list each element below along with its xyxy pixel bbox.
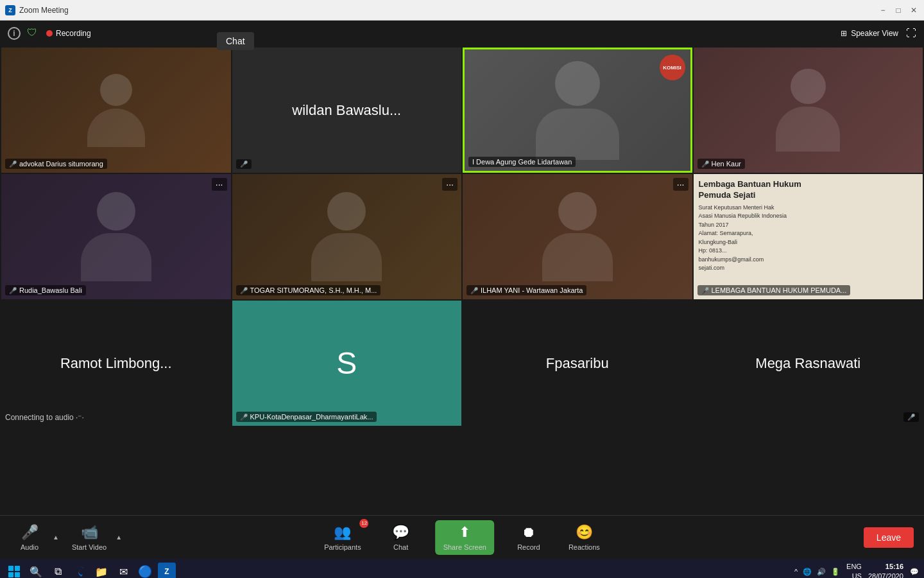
topbar: i 🛡 Recording ⊞ Speaker View ⛶ xyxy=(0,21,924,46)
participant-name-mega: Mega Rasnawati xyxy=(755,355,860,372)
participant-cell-ramot: Ramot Limbong... Connecting to audio ·⁻· xyxy=(1,301,231,426)
more-button-togar[interactable]: ··· xyxy=(442,178,458,191)
video-area: 🎤 advokat Darius situmorang wildan Bawas… xyxy=(0,46,924,515)
video-label: Start Video xyxy=(72,543,107,551)
participants-label: Participants xyxy=(324,543,361,551)
chat-icon: 💬 xyxy=(392,524,409,541)
participant-cell-kpu: S 🎤 KPU-KotaDenpasar_DharmayantiLak... xyxy=(232,301,462,426)
komisi-logo: KOMISI xyxy=(660,55,685,80)
audio-label: Audio xyxy=(21,543,38,551)
participant-name-lembaga: 🎤 LEMBAGA BANTUAN HUKUM PEMUDA... xyxy=(697,285,851,295)
record-button[interactable]: ⏺ Record xyxy=(509,521,548,554)
language-region: ENG US xyxy=(846,562,862,578)
window-controls[interactable]: − □ ✕ xyxy=(878,5,919,15)
tray-chevron[interactable]: ^ xyxy=(794,568,798,575)
participant-cell-togar: ··· 🎤 TOGAR SITUMORANG, S.H., M.H., M... xyxy=(232,174,462,299)
participant-name-dewa: I Dewa Agung Gede Lidartawan xyxy=(468,157,576,167)
participant-cell-ilham: ··· 🎤 ILHAM YANI - Wartawan Jakarta xyxy=(463,174,692,299)
taskbar-edge-button[interactable] xyxy=(71,563,89,578)
fullscreen-button[interactable]: ⛶ xyxy=(906,28,916,39)
clock-display: 15:16 28/07/2020 xyxy=(868,562,903,578)
shield-icon: 🛡 xyxy=(27,27,40,40)
view-label: Speaker View xyxy=(851,29,898,38)
participant-silhouette-hen xyxy=(776,69,840,152)
taskbar-explorer-button[interactable]: 📁 xyxy=(92,563,110,578)
more-button-rudia[interactable]: ··· xyxy=(212,178,227,191)
participants-count-badge: 12 xyxy=(360,519,369,528)
info-icon[interactable]: i xyxy=(8,27,21,40)
bottom-toolbar: 🎤 Audio ▲ 📹 Start Video ▲ 👥 12 Participa… xyxy=(0,515,924,559)
participant-mute-mega: 🎤 xyxy=(903,412,919,422)
taskbar-right: ^ 🌐 🔊 🔋 ENG US 15:16 28/07/2020 💬 xyxy=(794,562,919,578)
participant-label-wildan: 🎤 xyxy=(236,159,252,169)
volume-icon[interactable]: 🔊 xyxy=(817,568,826,576)
zoom-icon: Z xyxy=(5,5,15,15)
participant-cell-darius: 🎤 advokat Darius situmorang xyxy=(1,48,231,173)
lembaga-subtitle: Pemuda Sejati xyxy=(699,190,918,200)
leave-button[interactable]: Leave xyxy=(864,527,914,548)
system-tray: ^ 🌐 🔊 🔋 xyxy=(794,568,840,576)
lembaga-title: Lembaga Bantuan Hukum xyxy=(699,179,918,190)
network-icon: 🌐 xyxy=(803,568,812,576)
taskbar-zoom-button[interactable]: Z xyxy=(158,563,176,578)
toolbar-center: 👥 12 Participants 💬 Chat ⬆ Share Screen … xyxy=(319,520,605,555)
video-icon: 📹 xyxy=(81,524,98,541)
chat-button[interactable]: 💬 Chat xyxy=(382,521,420,554)
participant-silhouette-dewa xyxy=(536,61,619,160)
topbar-right[interactable]: ⊞ Speaker View ⛶ xyxy=(841,28,916,39)
mute-icon-kpu: 🎤 xyxy=(240,414,248,421)
minimize-button[interactable]: − xyxy=(878,5,888,15)
participant-name-darius: 🎤 advokat Darius situmorang xyxy=(5,159,107,169)
audio-chevron[interactable]: ▲ xyxy=(53,534,59,541)
battery-icon: 🔋 xyxy=(831,568,840,576)
windows-start-button[interactable] xyxy=(5,563,23,578)
participant-name-togar: 🎤 TOGAR SITUMORANG, S.H., M.H., M... xyxy=(236,285,381,295)
taskbar-chrome-button[interactable]: 🔵 xyxy=(136,563,154,578)
reactions-button[interactable]: 😊 Reactions xyxy=(563,521,605,554)
audio-icon: 🎤 xyxy=(21,524,38,541)
participants-icon: 👥 xyxy=(334,524,351,541)
participant-silhouette-togar xyxy=(311,192,382,281)
taskbar-taskview-button[interactable]: ⧉ xyxy=(49,563,67,578)
record-icon: ⏺ xyxy=(522,524,536,541)
mute-icon-togar: 🎤 xyxy=(240,287,248,294)
close-button[interactable]: ✕ xyxy=(909,5,919,15)
audio-button[interactable]: 🎤 Audio xyxy=(10,521,49,554)
mute-icon-lembaga: 🎤 xyxy=(701,287,709,294)
share-screen-button[interactable]: ⬆ Share Screen xyxy=(436,520,494,555)
share-screen-icon: ⬆ xyxy=(459,524,470,541)
recording-dot xyxy=(46,30,53,37)
toolbar-right[interactable]: Leave xyxy=(864,527,914,548)
video-button[interactable]: 📹 Start Video xyxy=(67,521,112,554)
participant-silhouette-rudia xyxy=(81,192,151,281)
participant-name-ilham: 🎤 ILHAM YANI - Wartawan Jakarta xyxy=(466,285,586,295)
taskbar-mail-button[interactable]: ✉ xyxy=(114,563,132,578)
svg-rect-1 xyxy=(15,566,20,571)
taskbar: 🔍 ⧉ 📁 ✉ 🔵 Z ^ 🌐 🔊 🔋 ENG US 15:16 28/07/2… xyxy=(0,559,924,578)
view-grid-icon: ⊞ xyxy=(841,29,847,38)
record-label: Record xyxy=(517,543,540,551)
participant-cell-rudia: ··· 🎤 Rudia_Bawaslu Bali xyxy=(1,174,231,299)
participant-silhouette-darius xyxy=(87,74,145,147)
participant-silhouette-ilham xyxy=(542,192,613,281)
speaker-view-button[interactable]: ⊞ Speaker View xyxy=(841,29,898,38)
maximize-button[interactable]: □ xyxy=(893,5,903,15)
share-screen-label: Share Screen xyxy=(443,543,486,551)
reactions-icon: 😊 xyxy=(576,524,593,541)
titlebar: Z Zoom Meeting − □ ✕ xyxy=(0,0,924,21)
svg-rect-0 xyxy=(8,566,13,571)
recording-label: Recording xyxy=(56,29,91,38)
participants-button[interactable]: 👥 12 Participants xyxy=(319,521,366,554)
chat-label: Chat xyxy=(393,543,408,551)
connecting-audio-text: Connecting to audio ·⁻· xyxy=(5,413,84,422)
participant-name-wildan: wildan Bawaslu... xyxy=(292,102,401,119)
notification-icon[interactable]: 💬 xyxy=(910,568,919,576)
taskbar-left: 🔍 ⧉ 📁 ✉ 🔵 Z xyxy=(5,563,176,578)
taskbar-search-button[interactable]: 🔍 xyxy=(27,563,45,578)
more-button-ilham[interactable]: ··· xyxy=(673,178,689,191)
participant-cell-hen: 🎤 Hen Kaur xyxy=(694,48,923,173)
participant-cell-fpasaribu: Fpasaribu xyxy=(463,301,692,426)
video-chevron[interactable]: ▲ xyxy=(116,534,122,541)
mute-icon-wildan: 🎤 xyxy=(240,161,248,168)
participant-name-hen: 🎤 Hen Kaur xyxy=(697,159,745,169)
